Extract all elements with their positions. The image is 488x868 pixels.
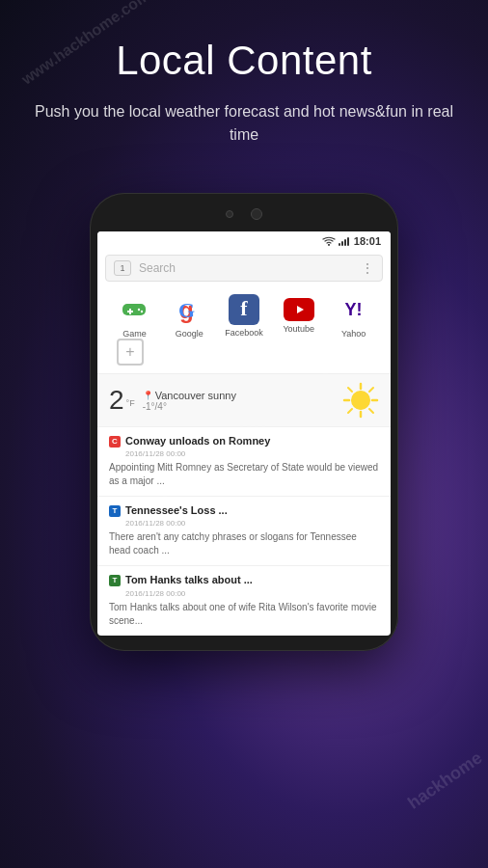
shortcut-game[interactable]: Game bbox=[109, 293, 160, 339]
svg-rect-3 bbox=[127, 311, 133, 312]
news-2-title: Tennessee's Loss ... bbox=[125, 504, 379, 517]
svg-rect-1 bbox=[122, 304, 146, 315]
svg-line-16 bbox=[369, 409, 373, 413]
game-icon bbox=[118, 293, 150, 326]
shortcuts-grid: Game g G bbox=[97, 285, 391, 346]
menu-dots-icon[interactable]: ⋮ bbox=[361, 260, 374, 276]
shortcut-yahoo[interactable]: Y! Yahoo bbox=[328, 293, 379, 339]
game-label: Game bbox=[122, 329, 147, 339]
news-item-2[interactable]: T Tennessee's Loss ... 2016/11/28 00:00 … bbox=[97, 496, 391, 565]
news-2-icon: T bbox=[109, 505, 121, 517]
phone-mockup: 18:01 1 Search ⋮ bbox=[90, 193, 398, 651]
search-input[interactable]: Search bbox=[139, 261, 361, 275]
search-bar[interactable]: 1 Search ⋮ bbox=[105, 255, 383, 282]
shortcut-google[interactable]: g G Google bbox=[164, 293, 215, 339]
news-item-1[interactable]: C Conway unloads on Romney 2016/11/28 00… bbox=[97, 426, 391, 496]
phone-screen: 18:01 1 Search ⋮ bbox=[97, 231, 391, 636]
tab-count: 1 bbox=[114, 260, 131, 276]
news-3-title: Tom Hanks talks about ... bbox=[125, 574, 379, 586]
facebook-icon: f bbox=[229, 294, 259, 325]
news-1-date: 2016/11/28 00:00 bbox=[125, 449, 379, 458]
content-area: Local Content Push you the local weather… bbox=[0, 0, 488, 166]
svg-text:G: G bbox=[178, 298, 195, 322]
svg-point-20 bbox=[352, 392, 370, 410]
weather-city: Vancouver sunny bbox=[155, 390, 236, 401]
phone-camera bbox=[226, 210, 233, 218]
add-shortcut-button[interactable]: + bbox=[117, 339, 144, 366]
news-1-icon: C bbox=[109, 436, 121, 448]
news-1-title: Conway unloads on Romney bbox=[125, 435, 379, 448]
add-shortcut-row: + bbox=[97, 339, 391, 373]
phone-body: 18:01 1 Search ⋮ bbox=[90, 193, 398, 651]
location-row: 📍 Vancouver sunny bbox=[143, 390, 335, 401]
status-bar: 18:01 bbox=[97, 231, 391, 251]
youtube-icon bbox=[284, 298, 314, 321]
svg-line-18 bbox=[348, 409, 352, 413]
shortcut-facebook[interactable]: f Facebook bbox=[219, 294, 270, 338]
facebook-label: Facebook bbox=[225, 328, 263, 338]
youtube-label: Youtube bbox=[283, 324, 314, 334]
weather-sun-icon bbox=[342, 382, 379, 419]
news-3-date: 2016/11/28 00:00 bbox=[125, 589, 379, 598]
svg-point-5 bbox=[141, 311, 143, 312]
weather-section: 2 °F 📍 Vancouver sunny -1°/4° bbox=[97, 373, 391, 426]
weather-temp: 2 bbox=[109, 387, 124, 414]
svg-line-15 bbox=[348, 388, 352, 392]
weather-temp-range: -1°/4° bbox=[143, 401, 335, 412]
signal-icon bbox=[339, 236, 349, 246]
google-label: Google bbox=[176, 329, 203, 339]
phone-speaker bbox=[251, 208, 262, 220]
news-2-desc: There aren't any catchy phrases or sloga… bbox=[109, 530, 379, 557]
phone-top-bar bbox=[97, 204, 391, 224]
svg-line-17 bbox=[369, 388, 373, 392]
news-3-desc: Tom Hanks talks about one of wife Rita W… bbox=[109, 601, 379, 628]
yahoo-label: Yahoo bbox=[341, 329, 366, 339]
weather-unit: °F bbox=[126, 398, 135, 408]
google-icon: g G bbox=[173, 293, 205, 326]
location-pin-icon: 📍 bbox=[143, 391, 153, 400]
news-1-desc: Appointing Mitt Romney as Secretary of S… bbox=[109, 461, 379, 488]
shortcut-youtube[interactable]: Youtube bbox=[273, 298, 324, 334]
news-2-date: 2016/11/28 00:00 bbox=[125, 519, 379, 528]
wifi-icon bbox=[322, 236, 336, 246]
page-subtitle: Push you the local weather forecast and … bbox=[29, 100, 459, 147]
weather-info: 📍 Vancouver sunny -1°/4° bbox=[143, 390, 335, 412]
page-title: Local Content bbox=[29, 39, 459, 83]
news-section: C Conway unloads on Romney 2016/11/28 00… bbox=[97, 426, 391, 636]
status-icons: 18:01 bbox=[322, 235, 381, 247]
yahoo-icon: Y! bbox=[338, 293, 370, 326]
status-time: 18:01 bbox=[354, 235, 381, 247]
news-item-3[interactable]: T Tom Hanks talks about ... 2016/11/28 0… bbox=[97, 565, 391, 635]
svg-point-4 bbox=[138, 309, 140, 311]
svg-point-0 bbox=[328, 244, 330, 246]
news-3-icon: T bbox=[109, 575, 121, 586]
